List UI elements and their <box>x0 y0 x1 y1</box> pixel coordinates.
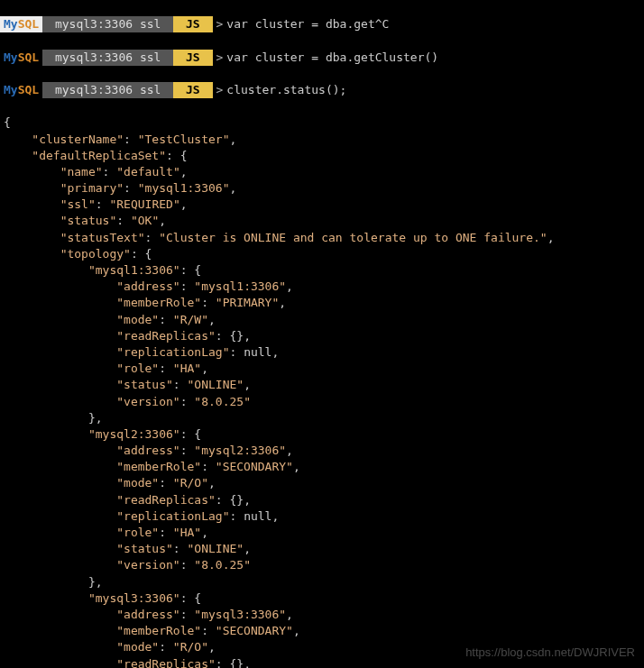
lang-badge: JS <box>173 50 212 66</box>
prompt-line[interactable]: MySQL mysql3:3306 ssl JS >var cluster = … <box>0 16 644 32</box>
host-badge: mysql3:3306 ssl <box>42 82 173 98</box>
mysql-badge: MySQL <box>0 16 42 32</box>
command-text: var cluster = dba.getCluster() <box>226 50 438 66</box>
host-badge: mysql3:3306 ssl <box>42 16 173 32</box>
mysql-badge: MySQL <box>0 50 42 66</box>
command-text: var cluster = dba.get^C <box>226 16 389 32</box>
mysql-badge: MySQL <box>0 82 42 98</box>
prompt-symbol: > <box>213 50 227 66</box>
prompt-symbol: > <box>213 16 227 32</box>
watermark-text: https://blog.csdn.net/DWJRIVER <box>465 645 635 661</box>
prompt-line[interactable]: MySQL mysql3:3306 ssl JS >var cluster = … <box>0 50 644 66</box>
json-output: { "clusterName": "TestCluster", "default… <box>0 114 644 668</box>
prompt-symbol: > <box>213 82 227 98</box>
prompt-line[interactable]: MySQL mysql3:3306 ssl JS >cluster.status… <box>0 82 644 98</box>
lang-badge: JS <box>173 82 212 98</box>
lang-badge: JS <box>173 16 212 32</box>
terminal-output: MySQL mysql3:3306 ssl JS >var cluster = … <box>0 0 644 668</box>
host-badge: mysql3:3306 ssl <box>42 50 173 66</box>
command-text: cluster.status(); <box>226 82 346 98</box>
